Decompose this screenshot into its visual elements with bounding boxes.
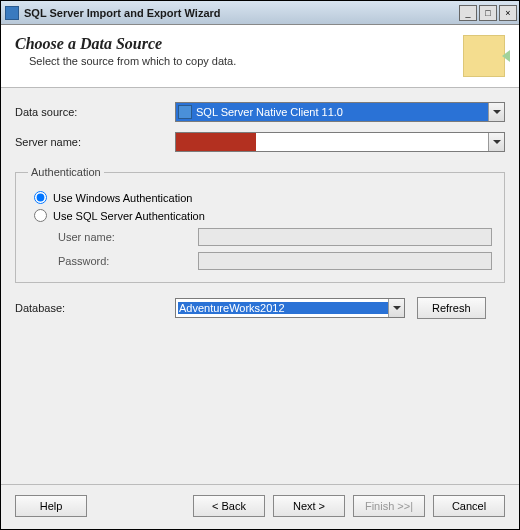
sql-auth-radio[interactable] [34,209,47,222]
refresh-button[interactable]: Refresh [417,297,486,319]
sql-auth-label: Use SQL Server Authentication [53,210,205,222]
chevron-down-icon[interactable] [488,103,504,121]
authentication-group: Authentication Use Windows Authenticatio… [15,166,505,283]
server-name-combo[interactable] [175,132,505,152]
password-label: Password: [58,255,198,267]
data-source-label: Data source: [15,106,175,118]
authentication-legend: Authentication [28,166,104,178]
data-source-combo[interactable]: SQL Server Native Client 11.0 [175,102,505,122]
database-value: AdventureWorks2012 [178,302,388,314]
wizard-footer: Help < Back Next > Finish >>| Cancel [1,484,519,529]
chevron-down-icon[interactable] [488,133,504,151]
server-name-label: Server name: [15,136,175,148]
chevron-down-icon[interactable] [388,299,404,317]
window-title: SQL Server Import and Export Wizard [24,7,457,19]
app-icon [5,6,19,20]
user-name-input [198,228,492,246]
page-title: Choose a Data Source [15,35,463,53]
next-button[interactable]: Next > [273,495,345,517]
minimize-button[interactable]: _ [459,5,477,21]
finish-button: Finish >>| [353,495,425,517]
help-button[interactable]: Help [15,495,87,517]
data-source-value: SQL Server Native Client 11.0 [196,106,488,118]
windows-auth-radio[interactable] [34,191,47,204]
title-bar: SQL Server Import and Export Wizard _ □ … [1,1,519,25]
maximize-button[interactable]: □ [479,5,497,21]
database-icon [178,105,192,119]
wizard-header: Choose a Data Source Select the source f… [1,25,519,88]
cancel-button[interactable]: Cancel [433,495,505,517]
back-button[interactable]: < Back [193,495,265,517]
database-label: Database: [15,302,175,314]
user-name-label: User name: [58,231,198,243]
close-button[interactable]: × [499,5,517,21]
database-combo[interactable]: AdventureWorks2012 [175,298,405,318]
wizard-icon [463,35,505,77]
page-subtitle: Select the source from which to copy dat… [15,55,463,67]
server-name-input[interactable] [178,133,488,151]
windows-auth-label: Use Windows Authentication [53,192,192,204]
password-input [198,252,492,270]
